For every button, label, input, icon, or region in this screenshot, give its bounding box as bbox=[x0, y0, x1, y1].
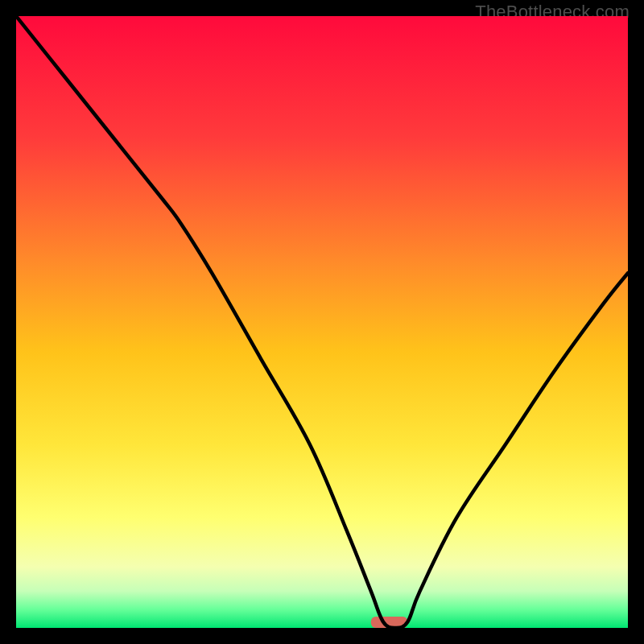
bottleneck-chart bbox=[16, 16, 628, 628]
chart-frame: TheBottleneck.com bbox=[0, 0, 644, 644]
plot-area bbox=[16, 16, 628, 628]
gradient-background bbox=[16, 16, 628, 628]
